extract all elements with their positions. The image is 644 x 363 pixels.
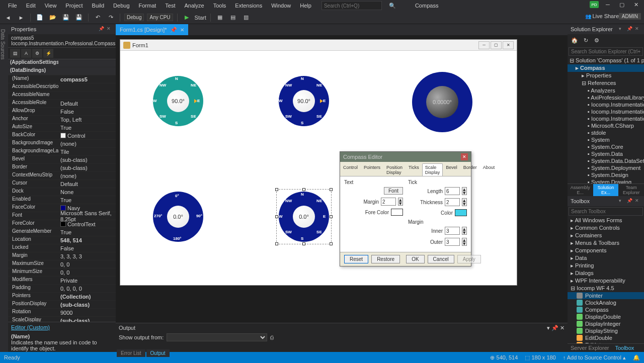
out-pin-icon[interactable]: ▾ 📌 ✕ [547,325,565,331]
cat-icon[interactable]: ▤ [10,49,20,58]
save-icon[interactable]: 💾 [61,13,71,23]
source-control-button[interactable]: ↑ Add to Source Control ▴ [563,354,626,361]
compass-editor-dialog[interactable]: Compass Editor ✕ ControlPointersPosition… [340,151,471,266]
align3-icon[interactable]: ▥ [241,13,251,23]
liveshare-button[interactable]: 👥 Live Share [585,13,619,19]
pin-icon[interactable]: 📌 [99,26,105,32]
restore-button[interactable]: Restore [371,255,400,263]
menu-format[interactable]: Format [135,1,160,10]
toolbox-list[interactable]: ▸ All Windows Forms▸ Common Controls▸ Co… [568,217,644,343]
menu-analyze[interactable]: Analyze [181,1,208,10]
compass2[interactable]: NNEESESSWWNW 90.0° [279,76,329,126]
maximize-icon[interactable]: ▢ [617,1,627,8]
menu-view[interactable]: View [41,1,61,10]
compass3[interactable]: 0.0000° [412,72,472,132]
menu-debug[interactable]: Debug [109,1,133,10]
menu-file[interactable]: File [4,1,21,10]
spinner[interactable]: ▴▾ [462,227,467,235]
server-explorer-tab[interactable]: Server Explorer [568,344,612,352]
nav-fwd-icon[interactable]: ► [16,13,26,23]
search-input[interactable] [321,1,382,10]
minimize-icon[interactable]: ─ [603,1,613,8]
spinner[interactable]: ▴▾ [462,198,467,206]
spinner[interactable]: ▴▾ [398,198,403,206]
dlg-tab-control[interactable]: Control [340,163,361,176]
length-input[interactable] [445,187,460,195]
property-grid[interactable]: (ApplicationSettings)(DataBindings)(Name… [8,59,116,322]
menu-tools[interactable]: Tools [209,1,230,10]
solution-tree[interactable]: ⊟ Solution 'Compass' (1 of 1 project)▸ C… [568,57,644,184]
font-button[interactable]: Font [384,187,403,195]
tick-color-swatch[interactable] [455,209,467,216]
property-selector[interactable]: compass5 Iocomp.Instrumentation.Professi… [8,34,116,48]
close-panel-icon[interactable]: ✕ [107,26,113,32]
apply-button[interactable]: Apply [457,255,481,263]
errorlist-tab[interactable]: Error List [117,349,145,357]
output-source-combo[interactable] [167,333,267,341]
reset-button[interactable]: Reset [344,255,368,263]
config-combo[interactable]: Debug [124,14,144,21]
text-margin-input[interactable] [381,198,396,206]
form-designer[interactable]: Form1 ─ ▢ ✕ NNEESESSWWNW 90.0° [120,39,517,286]
editor-link[interactable]: Editor (Custom) [11,324,50,330]
start-button[interactable]: Start [195,15,206,21]
align2-icon[interactable]: ▤ [228,13,238,23]
menu-extensions[interactable]: Extensions [231,1,266,10]
saveall-icon[interactable]: 💾 [74,13,84,23]
nav-back-icon[interactable]: ◄ [3,13,13,23]
platform-combo[interactable]: Any CPU [147,14,173,21]
tab-pin-icon[interactable]: 📌 [170,27,177,33]
menu-edit[interactable]: Edit [22,1,40,10]
tab-close-icon[interactable]: ✕ [180,27,184,33]
notifications-icon[interactable]: 🔔 [633,354,640,361]
menu-help[interactable]: Help [296,1,315,10]
open-icon[interactable]: 📂 [48,13,58,23]
compass4[interactable]: 0° 90° 180° 270° 0.0° [153,192,203,242]
dlg-tab-border[interactable]: Border [460,163,480,176]
compass5[interactable]: NNEESESSWWNW 0.0° [279,192,329,242]
close-icon[interactable]: ✕ [631,1,641,8]
dialog-close-icon[interactable]: ✕ [461,153,468,160]
user-badge[interactable]: PD [590,1,599,8]
events-icon[interactable]: ⚡ [43,49,53,58]
menu-window[interactable]: Window [267,1,295,10]
new-icon[interactable]: 📄 [35,13,45,23]
az-icon[interactable]: A [21,49,31,58]
menu-project[interactable]: Project [61,1,87,10]
menu-test[interactable]: Test [161,1,179,10]
dialog-titlebar[interactable]: Compass Editor ✕ [340,152,471,162]
outer-input[interactable] [445,238,460,246]
app-title: Compass [411,1,442,10]
dlg-tab-ticks[interactable]: Ticks [406,163,422,176]
ok-button[interactable]: OK [406,255,424,263]
left-rail[interactable]: Data Sources [0,24,8,352]
spinner[interactable]: ▴▾ [462,238,467,246]
solution-search[interactable] [569,47,643,56]
sol-tab[interactable]: Solution Ex... [593,184,619,196]
asm-tab[interactable]: Assembly E... [568,184,593,196]
start-icon[interactable]: ▶ [182,13,192,23]
output-tab[interactable]: Output [146,349,170,357]
compass1[interactable]: NNEESESSWWNW 90.0° [153,76,203,126]
home-icon[interactable]: 🏠 [570,35,580,45]
dlg-tab-bevel[interactable]: Bevel [443,163,460,176]
redo-icon[interactable]: ↷ [106,13,116,23]
toolbox-tab[interactable]: Toolbox [612,344,637,352]
spinner[interactable]: ▴▾ [462,187,467,195]
toolbox-search[interactable] [569,207,643,216]
dlg-tab-pointers[interactable]: Pointers [361,163,383,176]
team-tab[interactable]: Team Explorer [618,184,644,196]
inner-input[interactable] [445,227,460,235]
cancel-button[interactable]: Cancel [428,255,454,263]
align-icon[interactable]: ▦ [215,13,225,23]
forecolor-swatch[interactable] [391,209,403,216]
undo-icon[interactable]: ↶ [93,13,103,23]
prop-icon[interactable]: ⚙ [32,49,42,58]
dlg-tab-scale-display[interactable]: Scale Display [422,163,443,176]
dlg-tab-position-display[interactable]: Position Display [383,163,406,176]
tab-form1[interactable]: Form1.cs [Design]* 📌 ✕ [116,24,188,35]
dlg-tab-about[interactable]: About [480,163,498,176]
menu-build[interactable]: Build [88,1,108,10]
out-btn-icon[interactable]: ⎙ [270,334,274,340]
thickness-input[interactable] [445,198,460,206]
